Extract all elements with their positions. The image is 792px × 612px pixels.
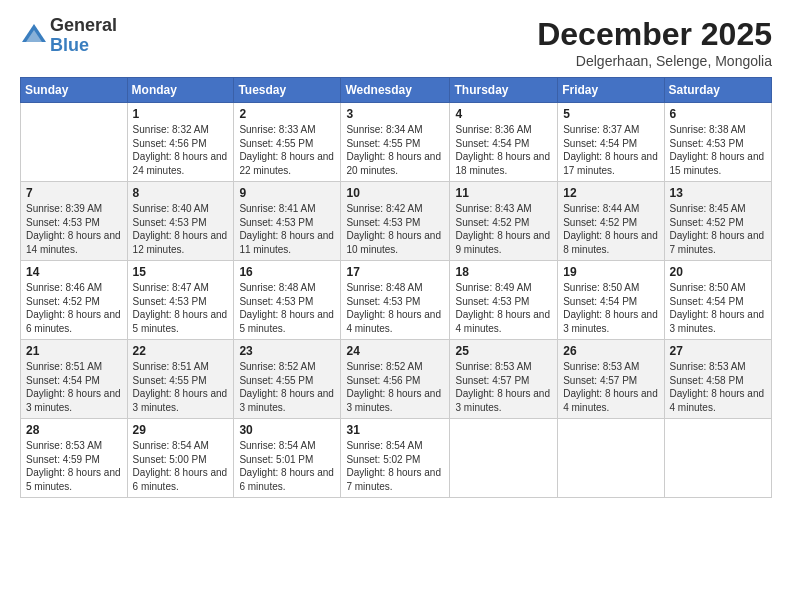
- calendar-page: General Blue December 2025 Delgerhaan, S…: [0, 0, 792, 612]
- day-header-saturday: Saturday: [664, 78, 771, 103]
- day-number: 14: [26, 265, 122, 279]
- calendar-cell: 15Sunrise: 8:47 AMSunset: 4:53 PMDayligh…: [127, 261, 234, 340]
- calendar-cell: 28Sunrise: 8:53 AMSunset: 4:59 PMDayligh…: [21, 419, 128, 498]
- day-number: 6: [670, 107, 766, 121]
- day-number: 3: [346, 107, 444, 121]
- day-header-wednesday: Wednesday: [341, 78, 450, 103]
- day-info: Sunrise: 8:48 AMSunset: 4:53 PMDaylight:…: [239, 281, 335, 335]
- day-number: 21: [26, 344, 122, 358]
- day-info: Sunrise: 8:33 AMSunset: 4:55 PMDaylight:…: [239, 123, 335, 177]
- day-number: 5: [563, 107, 658, 121]
- day-number: 1: [133, 107, 229, 121]
- day-header-monday: Monday: [127, 78, 234, 103]
- calendar-cell: 29Sunrise: 8:54 AMSunset: 5:00 PMDayligh…: [127, 419, 234, 498]
- day-number: 12: [563, 186, 658, 200]
- calendar-cell: 23Sunrise: 8:52 AMSunset: 4:55 PMDayligh…: [234, 340, 341, 419]
- day-info: Sunrise: 8:51 AMSunset: 4:55 PMDaylight:…: [133, 360, 229, 414]
- day-info: Sunrise: 8:54 AMSunset: 5:01 PMDaylight:…: [239, 439, 335, 493]
- calendar-cell: 16Sunrise: 8:48 AMSunset: 4:53 PMDayligh…: [234, 261, 341, 340]
- calendar-week-row: 28Sunrise: 8:53 AMSunset: 4:59 PMDayligh…: [21, 419, 772, 498]
- day-number: 2: [239, 107, 335, 121]
- day-info: Sunrise: 8:53 AMSunset: 4:59 PMDaylight:…: [26, 439, 122, 493]
- calendar-cell: [450, 419, 558, 498]
- calendar-cell: 18Sunrise: 8:49 AMSunset: 4:53 PMDayligh…: [450, 261, 558, 340]
- logo-text: General Blue: [50, 16, 117, 56]
- calendar-cell: [21, 103, 128, 182]
- day-number: 8: [133, 186, 229, 200]
- calendar-cell: 26Sunrise: 8:53 AMSunset: 4:57 PMDayligh…: [558, 340, 664, 419]
- calendar-cell: 1Sunrise: 8:32 AMSunset: 4:56 PMDaylight…: [127, 103, 234, 182]
- calendar-cell: 31Sunrise: 8:54 AMSunset: 5:02 PMDayligh…: [341, 419, 450, 498]
- day-number: 29: [133, 423, 229, 437]
- logo-icon: [20, 22, 48, 50]
- logo-general-text: General: [50, 16, 117, 36]
- calendar-cell: [558, 419, 664, 498]
- day-info: Sunrise: 8:51 AMSunset: 4:54 PMDaylight:…: [26, 360, 122, 414]
- title-block: December 2025 Delgerhaan, Selenge, Mongo…: [537, 16, 772, 69]
- calendar-cell: 14Sunrise: 8:46 AMSunset: 4:52 PMDayligh…: [21, 261, 128, 340]
- calendar-week-row: 7Sunrise: 8:39 AMSunset: 4:53 PMDaylight…: [21, 182, 772, 261]
- day-number: 27: [670, 344, 766, 358]
- day-header-friday: Friday: [558, 78, 664, 103]
- calendar-cell: 13Sunrise: 8:45 AMSunset: 4:52 PMDayligh…: [664, 182, 771, 261]
- calendar-cell: 2Sunrise: 8:33 AMSunset: 4:55 PMDaylight…: [234, 103, 341, 182]
- calendar-cell: 11Sunrise: 8:43 AMSunset: 4:52 PMDayligh…: [450, 182, 558, 261]
- day-header-tuesday: Tuesday: [234, 78, 341, 103]
- day-header-thursday: Thursday: [450, 78, 558, 103]
- day-info: Sunrise: 8:48 AMSunset: 4:53 PMDaylight:…: [346, 281, 444, 335]
- day-info: Sunrise: 8:39 AMSunset: 4:53 PMDaylight:…: [26, 202, 122, 256]
- day-info: Sunrise: 8:37 AMSunset: 4:54 PMDaylight:…: [563, 123, 658, 177]
- day-info: Sunrise: 8:32 AMSunset: 4:56 PMDaylight:…: [133, 123, 229, 177]
- calendar-cell: 20Sunrise: 8:50 AMSunset: 4:54 PMDayligh…: [664, 261, 771, 340]
- day-number: 23: [239, 344, 335, 358]
- calendar-week-row: 21Sunrise: 8:51 AMSunset: 4:54 PMDayligh…: [21, 340, 772, 419]
- day-info: Sunrise: 8:52 AMSunset: 4:56 PMDaylight:…: [346, 360, 444, 414]
- day-number: 22: [133, 344, 229, 358]
- calendar-week-row: 1Sunrise: 8:32 AMSunset: 4:56 PMDaylight…: [21, 103, 772, 182]
- calendar-cell: 17Sunrise: 8:48 AMSunset: 4:53 PMDayligh…: [341, 261, 450, 340]
- day-info: Sunrise: 8:43 AMSunset: 4:52 PMDaylight:…: [455, 202, 552, 256]
- day-info: Sunrise: 8:46 AMSunset: 4:52 PMDaylight:…: [26, 281, 122, 335]
- calendar-table: SundayMondayTuesdayWednesdayThursdayFrid…: [20, 77, 772, 498]
- day-number: 18: [455, 265, 552, 279]
- calendar-cell: 7Sunrise: 8:39 AMSunset: 4:53 PMDaylight…: [21, 182, 128, 261]
- calendar-header-row: SundayMondayTuesdayWednesdayThursdayFrid…: [21, 78, 772, 103]
- day-number: 26: [563, 344, 658, 358]
- day-info: Sunrise: 8:53 AMSunset: 4:57 PMDaylight:…: [563, 360, 658, 414]
- day-number: 28: [26, 423, 122, 437]
- day-number: 7: [26, 186, 122, 200]
- day-info: Sunrise: 8:50 AMSunset: 4:54 PMDaylight:…: [670, 281, 766, 335]
- day-info: Sunrise: 8:42 AMSunset: 4:53 PMDaylight:…: [346, 202, 444, 256]
- day-number: 4: [455, 107, 552, 121]
- logo: General Blue: [20, 16, 117, 56]
- day-number: 11: [455, 186, 552, 200]
- calendar-cell: 6Sunrise: 8:38 AMSunset: 4:53 PMDaylight…: [664, 103, 771, 182]
- day-info: Sunrise: 8:40 AMSunset: 4:53 PMDaylight:…: [133, 202, 229, 256]
- day-number: 31: [346, 423, 444, 437]
- day-number: 24: [346, 344, 444, 358]
- day-info: Sunrise: 8:54 AMSunset: 5:00 PMDaylight:…: [133, 439, 229, 493]
- day-info: Sunrise: 8:54 AMSunset: 5:02 PMDaylight:…: [346, 439, 444, 493]
- calendar-cell: 9Sunrise: 8:41 AMSunset: 4:53 PMDaylight…: [234, 182, 341, 261]
- day-number: 25: [455, 344, 552, 358]
- day-number: 30: [239, 423, 335, 437]
- day-number: 9: [239, 186, 335, 200]
- calendar-cell: 27Sunrise: 8:53 AMSunset: 4:58 PMDayligh…: [664, 340, 771, 419]
- location-subtitle: Delgerhaan, Selenge, Mongolia: [537, 53, 772, 69]
- calendar-cell: 12Sunrise: 8:44 AMSunset: 4:52 PMDayligh…: [558, 182, 664, 261]
- day-info: Sunrise: 8:41 AMSunset: 4:53 PMDaylight:…: [239, 202, 335, 256]
- day-info: Sunrise: 8:38 AMSunset: 4:53 PMDaylight:…: [670, 123, 766, 177]
- month-title: December 2025: [537, 16, 772, 53]
- day-number: 13: [670, 186, 766, 200]
- day-info: Sunrise: 8:45 AMSunset: 4:52 PMDaylight:…: [670, 202, 766, 256]
- calendar-cell: 25Sunrise: 8:53 AMSunset: 4:57 PMDayligh…: [450, 340, 558, 419]
- calendar-cell: 8Sunrise: 8:40 AMSunset: 4:53 PMDaylight…: [127, 182, 234, 261]
- day-info: Sunrise: 8:53 AMSunset: 4:58 PMDaylight:…: [670, 360, 766, 414]
- day-number: 15: [133, 265, 229, 279]
- logo-blue-text: Blue: [50, 36, 117, 56]
- day-info: Sunrise: 8:50 AMSunset: 4:54 PMDaylight:…: [563, 281, 658, 335]
- day-info: Sunrise: 8:53 AMSunset: 4:57 PMDaylight:…: [455, 360, 552, 414]
- day-number: 10: [346, 186, 444, 200]
- day-info: Sunrise: 8:49 AMSunset: 4:53 PMDaylight:…: [455, 281, 552, 335]
- day-number: 19: [563, 265, 658, 279]
